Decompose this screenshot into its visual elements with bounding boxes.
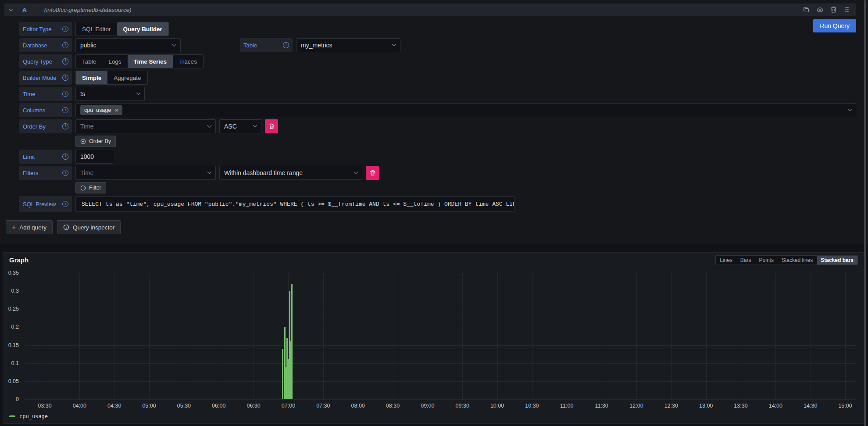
add-query-button[interactable]: + Add query <box>6 220 53 234</box>
option-time-series[interactable]: Time Series <box>128 55 173 68</box>
x-tick-label: 06:00 <box>212 403 225 409</box>
x-gridline <box>114 273 115 399</box>
x-tick-label: 03:30 <box>38 403 51 409</box>
x-gridline <box>393 273 393 399</box>
query-row-header[interactable]: A (info8fcc-greptimedb-datasource) ⠿ <box>4 4 856 16</box>
legend-item-cpu-usage[interactable]: cpu_usage <box>9 413 48 419</box>
column-chip[interactable]: cpu_usage ✕ <box>80 105 122 115</box>
info-icon[interactable]: i <box>62 58 68 64</box>
sql-preview-text: SELECT ts as "time", cpu_usage FROM "pub… <box>82 201 514 208</box>
x-gridline <box>845 273 846 399</box>
field-label-columns: Columns i <box>19 103 72 117</box>
info-icon[interactable]: i <box>62 123 68 129</box>
x-gridline <box>741 273 741 399</box>
add-order-by-button[interactable]: Order By <box>75 136 116 147</box>
field-label-database: Database i <box>19 38 72 52</box>
y-tick-label: 0.1 <box>11 360 19 366</box>
field-label-table: Table i <box>240 38 293 52</box>
field-label-builder-mode: Builder Mode i <box>19 71 72 85</box>
remove-order-by-button[interactable] <box>265 119 278 133</box>
info-icon[interactable]: i <box>62 26 68 32</box>
field-label-text: Filters <box>23 170 38 176</box>
chevron-down-icon <box>848 107 852 111</box>
info-icon[interactable]: i <box>283 42 289 48</box>
chevron-down-icon <box>207 169 212 174</box>
option-bars[interactable]: Bars <box>736 256 755 265</box>
delete-query-icon[interactable] <box>829 6 837 13</box>
field-label-time: Time i <box>19 87 72 101</box>
panel-title: Graph <box>9 256 29 264</box>
form-row-editor-type: Editor Type i SQL EditorQuery Builder <box>19 22 856 36</box>
info-icon[interactable]: i <box>62 42 68 48</box>
option-simple[interactable]: Simple <box>76 71 107 84</box>
time-column-select[interactable]: ts <box>75 87 145 101</box>
bar-cpu_usage <box>282 349 283 399</box>
info-icon[interactable]: i <box>62 170 68 176</box>
option-query-builder[interactable]: Query Builder <box>117 22 168 36</box>
info-icon[interactable]: i <box>62 91 68 97</box>
collapse-chevron-down-icon[interactable] <box>9 7 14 11</box>
filter-value-select[interactable]: Within dashboard time range <box>219 166 362 180</box>
info-icon[interactable]: i <box>62 154 68 160</box>
option-logs[interactable]: Logs <box>102 55 127 68</box>
graph-mode-toggle: LinesBarsPointsStacked linesStacked bars <box>715 255 858 265</box>
limit-input[interactable] <box>75 150 113 164</box>
x-tick-label: 07:00 <box>282 403 295 409</box>
form-row-query-type: Query Type i TableLogsTime SeriesTraces <box>19 54 856 68</box>
x-tick-label: 10:00 <box>490 403 504 409</box>
field-label-text: Database <box>23 42 47 49</box>
x-tick-label: 11:00 <box>560 403 573 409</box>
option-stacked-lines[interactable]: Stacked lines <box>778 256 817 265</box>
drag-handle-icon[interactable]: ⠿ <box>843 7 851 13</box>
x-gridline <box>219 273 219 399</box>
table-select[interactable]: my_metrics <box>296 38 400 52</box>
y-tick-label: 0.3 <box>11 288 19 294</box>
option-traces[interactable]: Traces <box>173 55 203 68</box>
legend-label: cpu_usage <box>19 413 48 419</box>
order-direction-select[interactable]: ASC <box>219 119 261 133</box>
info-icon[interactable]: i <box>62 107 68 113</box>
option-points[interactable]: Points <box>755 256 778 265</box>
option-aggregate[interactable]: Aggregate <box>107 71 147 84</box>
plot-area[interactable] <box>25 273 856 399</box>
add-filter-label: Filter <box>89 185 101 191</box>
filter-field-select[interactable]: Time <box>75 166 216 180</box>
x-gridline <box>497 273 498 399</box>
option-sql-editor[interactable]: SQL Editor <box>76 22 117 36</box>
field-label-text: Order By <box>23 123 46 130</box>
database-select[interactable]: public <box>75 38 181 52</box>
chevron-down-icon <box>136 90 141 95</box>
x-tick-label: 09:30 <box>456 403 469 409</box>
scrollbar[interactable] <box>864 0 866 426</box>
x-tick-label: 13:00 <box>699 403 713 409</box>
chevron-down-icon <box>354 169 358 174</box>
duplicate-query-icon[interactable] <box>802 6 810 13</box>
form-row-filters: Filters i Time Within dashboard time ran… <box>19 166 856 180</box>
field-label-sql-preview: SQL Preview i <box>19 196 72 212</box>
bar-cpu_usage <box>291 284 293 399</box>
x-gridline <box>79 273 80 399</box>
option-stacked-bars[interactable]: Stacked bars <box>817 256 857 265</box>
option-table[interactable]: Table <box>76 55 102 68</box>
circle-info-icon <box>63 224 69 230</box>
field-label-text: SQL Preview <box>23 201 56 208</box>
plus-icon: + <box>12 224 16 231</box>
y-tick-label: 0.25 <box>8 306 19 312</box>
form-row-builder-mode: Builder Mode i SimpleAggregate <box>19 71 856 85</box>
add-filter-button[interactable]: Filter <box>75 182 106 193</box>
info-icon[interactable]: i <box>62 75 68 81</box>
remove-column-icon[interactable]: ✕ <box>114 107 118 113</box>
x-gridline <box>149 273 150 399</box>
x-tick-label: 04:30 <box>107 403 121 409</box>
run-query-button[interactable]: Run Query <box>813 19 856 32</box>
select-placeholder: Time <box>80 123 204 130</box>
x-tick-label: 08:30 <box>386 403 400 409</box>
remove-filter-button[interactable] <box>366 166 379 180</box>
x-tick-label: 12:00 <box>629 403 643 409</box>
option-lines[interactable]: Lines <box>716 256 736 265</box>
columns-multiselect[interactable]: cpu_usage ✕ <box>75 103 856 117</box>
query-inspector-button[interactable]: Query inspector <box>57 220 121 234</box>
hide-response-eye-icon[interactable] <box>816 6 824 14</box>
order-by-field-select[interactable]: Time <box>75 119 216 133</box>
info-icon[interactable]: i <box>62 201 68 207</box>
